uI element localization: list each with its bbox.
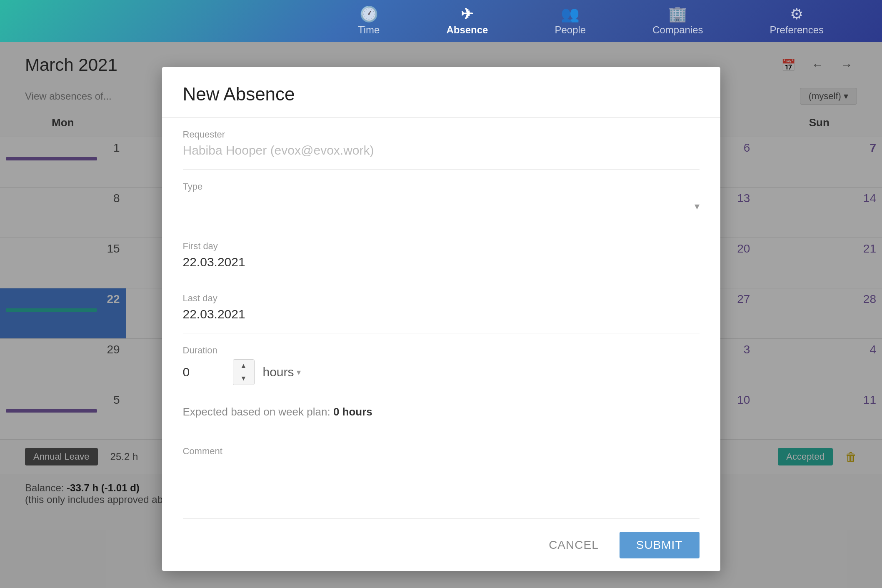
nav-items: 🕐 Time ✈ Absence 👥 People 🏢 Companies ⚙ … — [325, 7, 857, 36]
expected-value: 0 hours — [333, 405, 372, 418]
last-day-field[interactable]: Last day 22.03.2021 — [183, 281, 700, 333]
modal-header: New Absence — [162, 67, 720, 118]
requester-field: Requester Habiba Hooper (evox@evox.work) — [183, 118, 700, 170]
nav-companies-label: Companies — [652, 24, 703, 36]
nav-item-people[interactable]: 👥 People — [521, 7, 619, 36]
nav-time-label: Time — [358, 24, 380, 36]
cancel-button[interactable]: CANCEL — [536, 532, 611, 558]
modal-title: New Absence — [183, 84, 700, 105]
nav-preferences-label: Preferences — [770, 24, 824, 36]
nav-item-companies[interactable]: 🏢 Companies — [619, 7, 736, 36]
last-day-label: Last day — [183, 293, 700, 304]
last-day-value: 22.03.2021 — [183, 307, 700, 321]
type-select[interactable]: ▾ — [183, 195, 700, 217]
time-icon: 🕐 — [360, 7, 378, 22]
expected-text: Expected based on week plan: 0 hours — [183, 397, 700, 423]
duration-stepper: ▲ ▼ — [233, 359, 255, 385]
absence-icon: ✈ — [461, 7, 473, 22]
people-icon: 👥 — [561, 7, 580, 22]
duration-input[interactable] — [183, 365, 225, 379]
type-dropdown-arrow: ▾ — [695, 200, 700, 212]
companies-icon: 🏢 — [668, 7, 687, 22]
nav-absence-label: Absence — [446, 24, 488, 36]
nav-people-label: People — [555, 24, 586, 36]
modal-overlay: New Absence Requester Habiba Hooper (evo… — [0, 42, 882, 588]
top-nav: 🕐 Time ✈ Absence 👥 People 🏢 Companies ⚙ … — [0, 0, 882, 42]
type-label: Type — [183, 181, 700, 192]
nav-item-absence[interactable]: ✈ Absence — [413, 7, 521, 36]
hours-label: hours — [263, 365, 294, 379]
submit-button[interactable]: SUBMIT — [620, 532, 700, 558]
stepper-up-btn[interactable]: ▲ — [233, 360, 254, 372]
modal-footer: CANCEL SUBMIT — [162, 519, 720, 571]
preferences-icon: ⚙ — [790, 7, 803, 22]
comment-area — [183, 457, 700, 507]
requester-label: Requester — [183, 129, 700, 140]
hours-select[interactable]: hours ▾ — [263, 365, 301, 379]
nav-item-time[interactable]: 🕐 Time — [325, 7, 413, 36]
duration-label: Duration — [183, 345, 700, 356]
main-area: March 2021 📅 ← → View absences of... (my… — [0, 42, 882, 588]
new-absence-modal: New Absence Requester Habiba Hooper (evo… — [162, 67, 720, 571]
duration-field: Duration ▲ ▼ hours ▾ — [183, 333, 700, 397]
first-day-field[interactable]: First day 22.03.2021 — [183, 229, 700, 281]
duration-row: ▲ ▼ hours ▾ — [183, 359, 700, 385]
first-day-label: First day — [183, 241, 700, 252]
comment-field: Comment — [183, 423, 700, 519]
comment-label: Comment — [183, 434, 700, 457]
hours-dropdown-arrow: ▾ — [297, 367, 301, 377]
expected-prefix: Expected based on week plan: — [183, 405, 330, 418]
type-field[interactable]: Type ▾ — [183, 170, 700, 229]
stepper-down-btn[interactable]: ▼ — [233, 372, 254, 385]
requester-value: Habiba Hooper (evox@evox.work) — [183, 143, 700, 158]
first-day-value: 22.03.2021 — [183, 255, 700, 269]
nav-item-preferences[interactable]: ⚙ Preferences — [737, 7, 857, 36]
modal-body: Requester Habiba Hooper (evox@evox.work)… — [162, 118, 720, 519]
